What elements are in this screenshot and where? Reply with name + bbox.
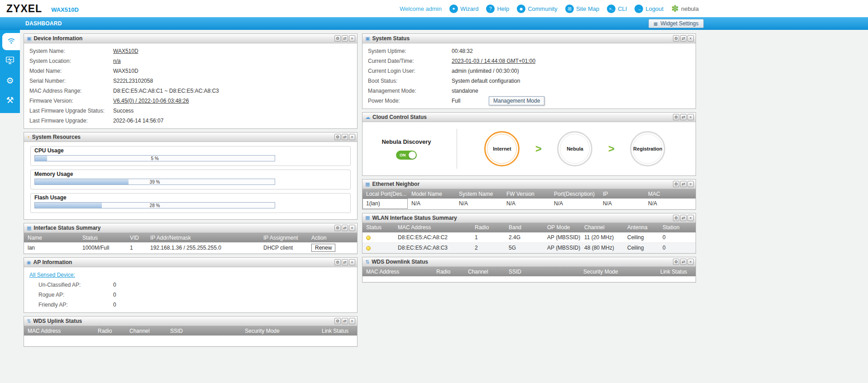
panel-title-bar: ▦ Interface Status Summary ⚙ ⇄ ×: [24, 223, 357, 233]
column-header: Status: [79, 233, 126, 242]
breadcrumb-bar: DASHBOARD ▦ Widget Settings: [0, 17, 868, 30]
cloud-control-panel: ☁ Cloud Control Status ⚙ ⇄ × Nebula Disc…: [362, 112, 696, 176]
panel-settings-button[interactable]: ⚙: [673, 114, 679, 120]
ethernet-neighbor-icon: ▦: [365, 182, 370, 187]
panel-refresh-button[interactable]: ⇄: [342, 35, 348, 42]
sidebar-item-monitor[interactable]: [0, 52, 20, 70]
panel-close-button[interactable]: ×: [687, 259, 694, 265]
column-header: OP Mode: [544, 223, 581, 232]
panel-title-bar: ⇅ WDS Downlink Status ⚙ ⇄ ×: [362, 257, 696, 267]
column-header: Channel: [581, 223, 624, 232]
system-status-icon: ▣: [365, 36, 370, 41]
column-header: Channel: [126, 326, 167, 336]
column-header: Link Status: [657, 267, 696, 276]
panel-close-button[interactable]: ×: [349, 35, 355, 42]
panel-close-button[interactable]: ×: [687, 181, 694, 187]
panel-settings-button[interactable]: ⚙: [334, 134, 341, 140]
panel-close-button[interactable]: ×: [349, 318, 355, 324]
cpu-usage-bar: 5 %: [34, 155, 275, 161]
panel-settings-button[interactable]: ⚙: [334, 259, 341, 265]
flash-usage-bar: 28 %: [34, 202, 275, 208]
gear-icon: ⚙: [6, 76, 14, 85]
vertical-divider: [457, 129, 457, 169]
toggle-knob: [409, 151, 416, 159]
panel-refresh-button[interactable]: ⇄: [342, 318, 348, 324]
panel-settings-button[interactable]: ⚙: [334, 35, 341, 42]
left-sidebar: ⚙ ⚒: [0, 30, 20, 113]
panel-settings-button[interactable]: ⚙: [334, 225, 341, 231]
panel-refresh-button[interactable]: ⇄: [680, 181, 687, 187]
system-name-link[interactable]: WAX510D: [113, 48, 138, 54]
registration-step-circle: Registration: [630, 131, 665, 166]
status-on-bulb-icon: [366, 246, 371, 251]
widget-settings-icon: ▦: [653, 21, 658, 26]
monitor-icon: [5, 55, 15, 67]
nebula-discovery-label: Nebula Discovery: [368, 138, 445, 145]
panel-close-button[interactable]: ×: [349, 259, 355, 265]
ap-information-panel: ◉ AP Information ⚙ ⇄ × All Sensed Device…: [24, 257, 358, 313]
panel-settings-button[interactable]: ⚙: [673, 35, 679, 42]
column-header: IP: [599, 189, 644, 199]
panel-close-button[interactable]: ×: [687, 35, 694, 42]
panel-settings-button[interactable]: ⚙: [334, 318, 341, 324]
panel-refresh-button[interactable]: ⇄: [680, 215, 687, 221]
column-header: Band: [505, 223, 544, 232]
panel-title-bar: ▣ Device Information ⚙ ⇄ ×: [24, 34, 357, 43]
panel-close-button[interactable]: ×: [687, 114, 694, 120]
wds-uplink-table: MAC Address Radio Channel SSID Security …: [24, 326, 357, 346]
nav-wizard[interactable]: ✦ Wizard: [449, 5, 478, 13]
widget-settings-button[interactable]: ▦ Widget Settings: [649, 19, 704, 28]
firmware-version-link[interactable]: V6.45(0) / 2022-10-06 03:48:26: [113, 98, 189, 104]
panel-refresh-button[interactable]: ⇄: [342, 134, 348, 140]
system-location-link[interactable]: n/a: [113, 58, 121, 64]
column-header: Antenna: [624, 223, 659, 232]
panel-refresh-button[interactable]: ⇄: [680, 259, 687, 265]
sidebar-item-configuration[interactable]: ⚙: [0, 72, 20, 89]
sitemap-icon: ⊞: [565, 5, 574, 13]
nav-sitemap[interactable]: ⊞ Site Map: [565, 5, 599, 13]
panel-refresh-button[interactable]: ⇄: [342, 225, 348, 231]
nav-community[interactable]: ☻ Community: [517, 5, 558, 13]
panel-close-button[interactable]: ×: [687, 215, 694, 221]
panel-settings-button[interactable]: ⚙: [673, 181, 679, 187]
nebula-discovery-toggle[interactable]: ON: [396, 151, 417, 160]
logout-icon: →: [634, 5, 643, 13]
ethernet-neighbor-panel: ▦ Ethernet Neighbor ⚙ ⇄ × Local Port(Des…: [362, 179, 696, 210]
panel-refresh-button[interactable]: ⇄: [680, 114, 687, 120]
help-icon: ?: [486, 5, 495, 13]
nav-logout[interactable]: → Logout: [634, 5, 663, 13]
panel-close-button[interactable]: ×: [349, 225, 355, 231]
column-header: System Name: [455, 189, 503, 199]
column-header: Security Mode: [241, 326, 318, 336]
welcome-text: Welcome admin: [400, 5, 442, 12]
cloud-control-icon: ☁: [365, 115, 370, 120]
panel-close-button[interactable]: ×: [349, 134, 355, 140]
all-sensed-device-link[interactable]: All Sensed Device:: [29, 272, 75, 278]
zyxel-logo: ZYXEL: [6, 3, 42, 15]
sidebar-item-maintenance[interactable]: ⚒: [0, 91, 20, 109]
nav-help[interactable]: ? Help: [486, 5, 509, 13]
panel-settings-button[interactable]: ⚙: [673, 259, 679, 265]
column-header: Radio: [471, 223, 505, 232]
date-time-link[interactable]: 2023-01-03 / 14:44:08 GMT+01:00: [452, 58, 535, 64]
model-name: WAX510D: [51, 6, 79, 13]
wds-uplink-icon: ⇅: [27, 319, 31, 324]
panel-refresh-button[interactable]: ⇄: [680, 35, 687, 42]
column-header: VID: [126, 233, 147, 242]
column-header: Local Port(Des...: [362, 189, 408, 199]
wds-downlink-table: MAC Address Radio Channel SSID Security …: [362, 267, 696, 282]
nav-nebula-label: nebula: [681, 5, 699, 12]
nav-cli[interactable]: >_ CLI: [607, 5, 627, 13]
nav-help-label: Help: [497, 5, 509, 12]
panel-settings-button[interactable]: ⚙: [673, 215, 679, 221]
memory-usage-bar: 39 %: [34, 179, 275, 185]
empty-table-body: [362, 276, 696, 282]
nav-nebula[interactable]: ✽ nebula: [671, 4, 699, 13]
step-arrow-icon: >: [535, 142, 542, 155]
panel-refresh-button[interactable]: ⇄: [342, 259, 348, 265]
interface-status-table: Name Status VID IP Addr/Netmask IP Assig…: [24, 233, 357, 254]
renew-button[interactable]: Renew: [311, 244, 335, 252]
ethernet-neighbor-table: Local Port(Des... Model Name System Name…: [362, 189, 696, 209]
sidebar-item-ap[interactable]: [2, 33, 20, 50]
top-nav: Welcome admin ✦ Wizard ? Help ☻ Communit…: [400, 4, 699, 13]
